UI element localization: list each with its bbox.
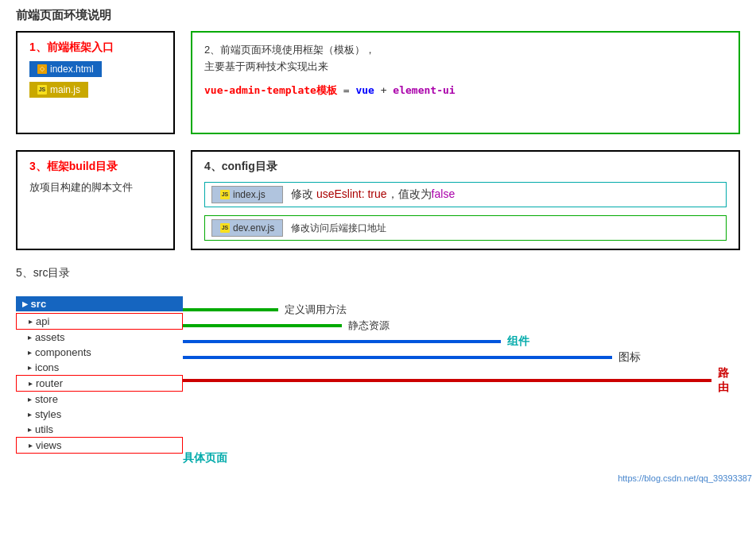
api-bar xyxy=(183,308,278,311)
label-icons: 图标 xyxy=(618,350,641,365)
html-icon: ◇ xyxy=(37,64,47,74)
label-api: 定义调用方法 xyxy=(285,303,347,317)
label-assets: 静态资源 xyxy=(348,319,390,333)
icons-bar-row: 图标 xyxy=(183,350,641,365)
components-bar-row: 组件 xyxy=(183,334,529,349)
views-label-row: 具体页面 xyxy=(183,451,227,465)
src-section: ▸ src ▸ api ▸ assets ▸ components ▸ icon… xyxy=(16,292,740,479)
js-icon-config1: JS xyxy=(220,190,230,199)
tree-item-store[interactable]: ▸ store xyxy=(16,392,183,407)
config-row1: JS index.js 修改 useEslint: true，值改为false xyxy=(204,182,727,207)
file-item-main: JS main.js xyxy=(29,82,161,98)
config-row2-desc: 修改访问后端接口地址 xyxy=(291,222,386,235)
tree-item-icons[interactable]: ▸ icons xyxy=(16,360,183,375)
label-views: 具体页面 xyxy=(183,451,227,465)
box3-title: 3、框架build目录 xyxy=(29,160,161,174)
tree-item-components[interactable]: ▸ components xyxy=(16,345,183,360)
index-html-button[interactable]: ◇ index.html xyxy=(29,61,102,77)
tree-item-views[interactable]: ▸ views xyxy=(16,437,183,454)
box-frontend-entry: 1、前端框架入口 ◇ index.html JS main.js xyxy=(16,31,175,134)
tree-item-router[interactable]: ▸ router xyxy=(16,375,183,392)
label-components: 组件 xyxy=(507,334,529,349)
assets-bar xyxy=(183,324,342,327)
config-devenv-btn[interactable]: JS dev.env.js xyxy=(211,219,283,237)
tree-item-assets[interactable]: ▸ assets xyxy=(16,330,183,345)
box2-code: vue-admin-template模板 = vue + element-ui xyxy=(204,83,727,98)
tree-item-src[interactable]: ▸ src xyxy=(16,296,183,311)
box-build: 3、框架build目录 放项目构建的脚本文件 xyxy=(16,150,175,250)
api-bar-row: 定义调用方法 xyxy=(183,303,347,317)
box3-desc: 放项目构建的脚本文件 xyxy=(29,180,161,195)
components-bar xyxy=(183,340,501,343)
main-js-button[interactable]: JS main.js xyxy=(29,82,88,98)
assets-bar-row: 静态资源 xyxy=(183,319,390,333)
router-bar xyxy=(183,379,711,382)
watermark: https://blog.csdn.net/qq_39393387 xyxy=(618,473,752,483)
icons-bar xyxy=(183,356,612,359)
box4-title: 4、config目录 xyxy=(204,160,727,174)
js-icon: JS xyxy=(37,85,47,95)
label-router: 路由 xyxy=(718,366,740,395)
page-title: 前端页面环境说明 xyxy=(16,8,740,23)
second-row: 3、框架build目录 放项目构建的脚本文件 4、config目录 JS ind… xyxy=(16,150,740,250)
tree-item-styles[interactable]: ▸ styles xyxy=(16,407,183,422)
js-icon-config2: JS xyxy=(220,223,230,233)
top-section: 1、前端框架入口 ◇ index.html JS main.js 2、前端页面环… xyxy=(16,31,740,134)
box2-desc: 2、前端页面环境使用框架（模板）， 主要基于两种技术实现出来 xyxy=(204,42,727,75)
tree-container: ▸ src ▸ api ▸ assets ▸ components ▸ icon… xyxy=(16,296,183,454)
config-indexjs-btn[interactable]: JS index.js xyxy=(211,186,283,203)
box-config: 4、config目录 JS index.js 修改 useEslint: tru… xyxy=(191,150,740,250)
router-bar-row: 路由 xyxy=(183,366,740,395)
api-arrow: ▸ xyxy=(29,317,33,326)
file-item-index: ◇ index.html xyxy=(29,61,161,77)
config-row2: JS dev.env.js 修改访问后端接口地址 xyxy=(204,215,727,241)
box-framework-desc: 2、前端页面环境使用框架（模板）， 主要基于两种技术实现出来 vue-admin… xyxy=(191,31,740,134)
config-row1-desc: 修改 useEslint: true，值改为false xyxy=(291,187,455,202)
tree-item-api[interactable]: ▸ api xyxy=(16,313,183,330)
section5-title: 5、src目录 xyxy=(16,266,740,280)
tree-item-utils[interactable]: ▸ utils xyxy=(16,422,183,437)
box1-title: 1、前端框架入口 xyxy=(29,41,161,55)
labels-area: 定义调用方法 静态资源 组件 图标 路由 xyxy=(183,296,740,479)
